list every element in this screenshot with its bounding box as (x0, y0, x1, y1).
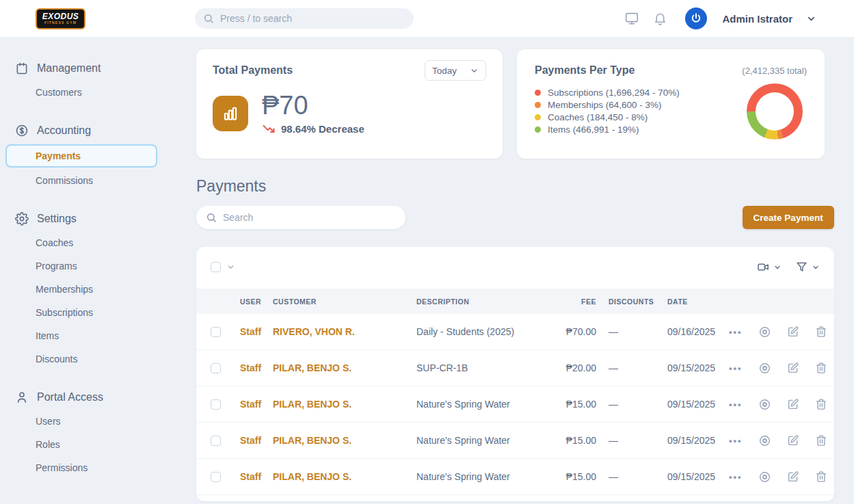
payments-search-placeholder: Search (223, 212, 253, 223)
row-user-link[interactable]: Staff (240, 362, 273, 373)
main-content: Total Payments Today ₱70 (178, 37, 854, 504)
edit-icon[interactable] (787, 326, 799, 338)
row-more-actions-icon[interactable]: ••• (729, 436, 743, 446)
row-user-link[interactable]: Staff (240, 326, 273, 337)
sidebar-section-label: Settings (37, 213, 77, 225)
legend-item-items: Items (466,991 - 19%) (535, 123, 680, 135)
delete-icon[interactable] (815, 434, 827, 447)
row-description: SUP-CR-1B (416, 362, 560, 373)
select-all-checkbox[interactable] (211, 262, 221, 272)
view-icon[interactable] (758, 398, 771, 411)
notifications-bell-icon[interactable] (653, 12, 667, 26)
delete-icon[interactable] (815, 362, 827, 374)
delete-icon[interactable] (815, 326, 827, 338)
edit-icon[interactable] (787, 434, 799, 447)
row-user-link[interactable]: Staff (240, 435, 273, 446)
legend-dot-items (535, 127, 541, 133)
row-description: Nature's Spring Water (416, 435, 560, 446)
edit-icon[interactable] (787, 398, 799, 410)
donut-legend: Subscriptions (1,696,294 - 70%) Membersh… (535, 86, 680, 140)
edit-icon[interactable] (787, 470, 799, 483)
row-customer-link[interactable]: PILAR, BENJO S. (273, 435, 416, 446)
row-fee: ₱70.00 (560, 326, 596, 337)
row-more-actions-icon[interactable]: ••• (729, 363, 743, 373)
sidebar-item-commissions[interactable]: Commissions (0, 169, 178, 192)
row-more-actions-icon[interactable]: ••• (729, 327, 743, 337)
chevron-down-icon (812, 263, 820, 271)
sidebar-item-memberships[interactable]: Memberships (0, 278, 178, 301)
view-icon[interactable] (758, 362, 771, 375)
sidebar-item-items[interactable]: Items (0, 324, 178, 347)
row-checkbox[interactable] (211, 436, 221, 446)
period-select[interactable]: Today (425, 60, 486, 81)
trending-down-icon (262, 122, 276, 135)
total-payments-title: Total Payments (213, 64, 293, 77)
global-search-input[interactable]: Press / to search (195, 8, 414, 29)
select-menu-chevron-down-icon[interactable] (226, 263, 235, 271)
sidebar-section-label: Accounting (37, 124, 91, 137)
search-icon (203, 13, 214, 24)
row-customer-link[interactable]: PILAR, BENJO S. (273, 399, 416, 410)
payments-search-input[interactable]: Search (196, 206, 405, 229)
logo-subtext: FITNESS GYM (44, 21, 77, 25)
view-icon[interactable] (758, 326, 771, 339)
user-avatar[interactable] (685, 8, 707, 29)
sidebar-item-permissions[interactable]: Permissions (0, 456, 178, 479)
filter-control[interactable] (795, 261, 820, 274)
create-payment-button[interactable]: Create Payment (743, 206, 834, 229)
display-icon[interactable] (624, 11, 639, 26)
sidebar-item-programs[interactable]: Programs (0, 254, 178, 278)
delete-icon[interactable] (815, 398, 827, 410)
legend-dot-subscriptions (535, 90, 541, 96)
header-user: USER (240, 297, 273, 306)
sidebar-section-label: Portal Access (37, 391, 103, 403)
view-mode-control[interactable] (757, 261, 782, 274)
row-fee: ₱15.00 (560, 435, 596, 446)
row-checkbox[interactable] (211, 399, 221, 410)
row-discounts: — (596, 435, 667, 446)
legend-label: Items (466,991 - 19%) (548, 124, 639, 135)
sidebar-item-subscriptions[interactable]: Subscriptions (0, 301, 178, 324)
sidebar-item-roles[interactable]: Roles (0, 433, 178, 456)
row-customer-link[interactable]: PILAR, BENJO S. (273, 471, 416, 482)
row-user-link[interactable]: Staff (240, 399, 273, 410)
row-user-link[interactable]: Staff (240, 471, 273, 482)
gear-icon (15, 212, 29, 226)
user-name[interactable]: Admin Istrator (722, 13, 792, 25)
sidebar-item-coaches[interactable]: Coaches (0, 231, 178, 254)
row-checkbox[interactable] (211, 472, 221, 482)
row-fee: ₱15.00 (560, 471, 596, 482)
video-icon (757, 261, 770, 274)
row-customer-link[interactable]: RIVERO, VHON R. (273, 326, 416, 337)
row-more-actions-icon[interactable]: ••• (729, 472, 743, 482)
header-date: DATE (667, 297, 729, 306)
trend-label: 98.64% Decrease (281, 123, 364, 135)
legend-dot-coaches (535, 114, 541, 120)
user-icon (15, 390, 29, 404)
row-description: Nature's Spring Water (416, 399, 560, 410)
header-description: DESCRIPTION (416, 297, 560, 306)
payments-per-type-title: Payments Per Type (535, 64, 635, 77)
view-icon[interactable] (758, 470, 771, 483)
row-discounts: — (596, 399, 667, 410)
row-checkbox[interactable] (211, 363, 221, 373)
row-more-actions-icon[interactable]: ••• (729, 399, 743, 410)
sidebar-item-customers[interactable]: Customers (0, 81, 178, 104)
view-icon[interactable] (758, 434, 771, 447)
header-discounts: DISCOUNTS (596, 297, 667, 306)
sidebar-item-discounts[interactable]: Discounts (0, 347, 178, 371)
edit-icon[interactable] (787, 362, 799, 374)
header-customer: CUSTOMER (273, 297, 416, 306)
chevron-down-icon (773, 263, 782, 271)
row-date: 09/15/2025 (667, 399, 729, 410)
exodus-logo[interactable]: EXODUS FITNESS GYM (36, 8, 85, 29)
sidebar-item-payments[interactable]: Payments (5, 144, 157, 168)
sidebar-item-users[interactable]: Users (0, 410, 178, 433)
row-customer-link[interactable]: PILAR, BENJO S. (273, 362, 416, 373)
table-row: Staff PILAR, BENJO S. Nature's Spring Wa… (196, 459, 834, 495)
row-checkbox[interactable] (211, 327, 221, 337)
delete-icon[interactable] (815, 470, 827, 483)
user-menu-chevron-down-icon[interactable] (806, 14, 816, 24)
legend-dot-memberships (535, 102, 541, 108)
page-title: Payments (196, 177, 834, 196)
